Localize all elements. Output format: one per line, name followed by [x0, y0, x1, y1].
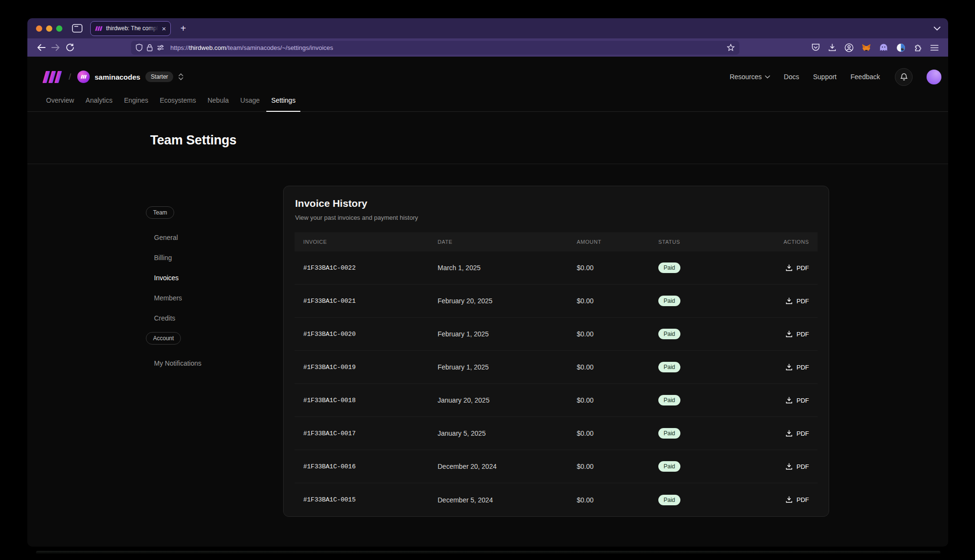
sidebar-item-my-notifications[interactable]: My Notifications [146, 353, 256, 373]
sidebar-item-invoices[interactable]: Invoices [146, 268, 256, 288]
downloads-icon[interactable] [828, 44, 836, 52]
header-link-label: Support [813, 73, 836, 81]
tab-favicon-thirdweb-icon [95, 26, 103, 31]
tab-settings[interactable]: Settings [265, 92, 301, 111]
invoice-number: #1F33BA1C-0017 [295, 430, 429, 437]
sidebar-item-credits[interactable]: Credits [146, 308, 256, 328]
invoice-row: #1F33BA1C-0017January 5, 2025$0.00PaidPD… [295, 417, 818, 450]
close-window-button[interactable] [36, 25, 42, 32]
tab-analytics[interactable]: Analytics [80, 92, 118, 111]
download-pdf-button[interactable]: PDF [765, 298, 818, 305]
sidebar-item-billing[interactable]: Billing [146, 248, 256, 268]
dashboard-header: / saminacodes Starter ResourcesDocsSuppo… [27, 57, 948, 87]
card-title: Invoice History [295, 198, 817, 209]
window-shadow [36, 551, 940, 554]
download-pdf-button[interactable]: PDF [765, 496, 818, 503]
download-pdf-button[interactable]: PDF [765, 331, 818, 338]
column-header-amount: AMOUNT [568, 239, 650, 245]
notifications-bell-button[interactable] [895, 68, 913, 86]
invoice-date: February 1, 2025 [429, 363, 568, 371]
header-link-label: Resources [730, 73, 762, 81]
invoice-date: December 20, 2024 [429, 463, 568, 470]
zoom-window-button[interactable] [56, 25, 62, 32]
header-link-feedback[interactable]: Feedback [851, 73, 880, 81]
pdf-label: PDF [797, 496, 809, 503]
url-bar[interactable]: https://thirdweb.com/team/saminacodes/~/… [131, 41, 739, 55]
pocket-icon[interactable] [811, 43, 820, 52]
tab-usage[interactable]: Usage [235, 92, 265, 111]
invoice-history-card: Invoice History View your past invoices … [283, 186, 829, 517]
reload-button[interactable] [63, 41, 77, 54]
download-pdf-button[interactable]: PDF [765, 397, 818, 404]
header-link-docs[interactable]: Docs [784, 73, 799, 81]
extensions-puzzle-icon[interactable] [914, 43, 922, 52]
tab-ecosystems[interactable]: Ecosystems [154, 92, 202, 111]
team-switcher-icon[interactable] [178, 73, 184, 81]
download-pdf-button[interactable]: PDF [765, 264, 818, 272]
invoice-amount: $0.00 [568, 396, 650, 404]
pdf-label: PDF [797, 430, 809, 437]
invoice-date: January 5, 2025 [429, 429, 568, 437]
download-icon [785, 496, 793, 503]
url-path: /team/saminacodes/~/settings/invoices [226, 44, 333, 51]
sidebar-item-general[interactable]: General [146, 227, 256, 248]
list-all-tabs-icon[interactable] [934, 26, 940, 31]
sidebar-item-members[interactable]: Members [146, 288, 256, 308]
team-avatar[interactable] [77, 71, 90, 83]
settings-layout: TeamGeneralBillingInvoicesMembersCredits… [27, 186, 948, 517]
invoice-status: Paid [650, 329, 765, 339]
account-icon[interactable] [844, 43, 854, 52]
invoice-status: Paid [650, 495, 765, 505]
forward-button[interactable] [48, 41, 63, 54]
status-badge: Paid [658, 262, 680, 273]
invoice-row: #1F33BA1C-0018January 20, 2025$0.00PaidP… [295, 384, 818, 417]
browser-toolbar: https://thirdweb.com/team/saminacodes/~/… [27, 38, 948, 57]
status-badge: Paid [658, 495, 680, 505]
header-link-support[interactable]: Support [813, 73, 836, 81]
title-band: Team Settings [27, 112, 948, 164]
bookmark-star-icon[interactable] [727, 44, 735, 51]
extension-circle-icon[interactable] [896, 43, 905, 52]
invoice-amount: $0.00 [568, 363, 650, 371]
breadcrumb-separator: / [69, 71, 71, 82]
invoice-row: #1F33BA1C-0019February 1, 2025$0.00PaidP… [295, 351, 818, 384]
lock-icon[interactable] [147, 44, 153, 51]
window-controls [36, 25, 62, 32]
menu-hamburger-icon[interactable] [930, 45, 939, 51]
invoice-number: #1F33BA1C-0021 [295, 298, 429, 305]
download-pdf-button[interactable]: PDF [765, 463, 818, 470]
invoice-status: Paid [650, 362, 765, 372]
status-badge: Paid [658, 296, 680, 306]
permissions-sliders-icon[interactable] [157, 45, 164, 50]
browser-tab[interactable]: thirdweb: The complete web3 d × [90, 21, 171, 36]
back-button[interactable] [34, 41, 48, 54]
download-pdf-button[interactable]: PDF [765, 364, 818, 371]
tracking-protection-shield-icon[interactable] [136, 44, 143, 51]
tab-overview[interactable]: Overview [40, 92, 80, 111]
tab-engines[interactable]: Engines [118, 92, 154, 111]
url-text[interactable]: https://thirdweb.com/team/saminacodes/~/… [170, 44, 723, 51]
page-content: / saminacodes Starter ResourcesDocsSuppo… [27, 57, 948, 547]
invoice-row: #1F33BA1C-0020February 1, 2025$0.00PaidP… [295, 318, 818, 351]
status-badge: Paid [658, 428, 680, 439]
header-links: ResourcesDocsSupportFeedback [730, 68, 941, 86]
status-badge: Paid [658, 362, 680, 372]
phantom-extension-icon[interactable] [879, 43, 888, 52]
invoice-status: Paid [650, 461, 765, 472]
invoice-number: #1F33BA1C-0018 [295, 397, 429, 404]
tab-nebula[interactable]: Nebula [202, 92, 234, 111]
thirdweb-logo-icon[interactable] [42, 71, 62, 83]
firefox-view-icon[interactable] [72, 24, 83, 33]
pdf-label: PDF [797, 331, 809, 338]
user-avatar[interactable] [927, 70, 941, 84]
invoice-number: #1F33BA1C-0016 [295, 463, 429, 470]
download-pdf-button[interactable]: PDF [765, 430, 818, 437]
new-tab-button[interactable]: + [178, 23, 189, 34]
metamask-extension-icon[interactable] [862, 43, 871, 52]
header-link-resources[interactable]: Resources [730, 73, 770, 81]
sidebar-section-badge-account: Account [146, 332, 181, 345]
team-name[interactable]: saminacodes [95, 73, 140, 81]
download-icon [785, 298, 793, 305]
tab-close-icon[interactable]: × [162, 25, 166, 32]
minimize-window-button[interactable] [46, 25, 52, 32]
